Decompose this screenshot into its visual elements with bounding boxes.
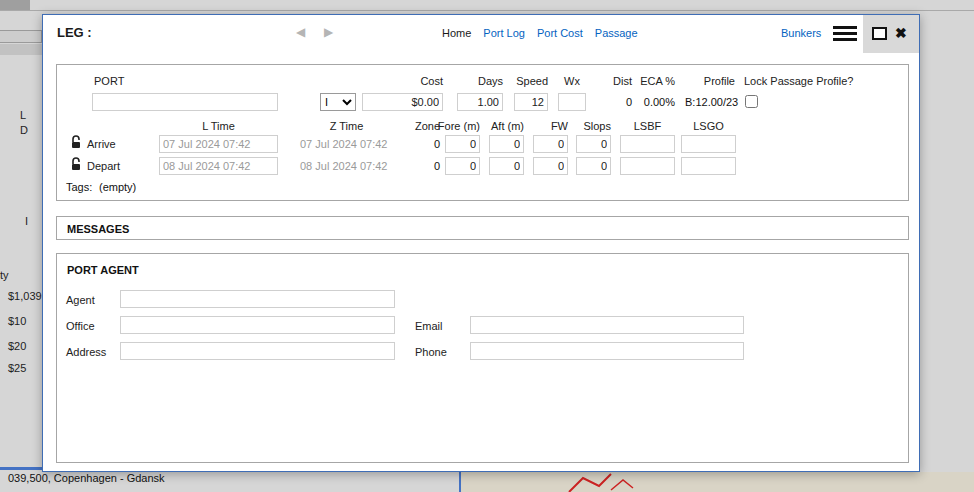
depart-aft-input[interactable]: [489, 157, 524, 175]
screen: L D I ty $1,039 $10 $20 $25 039,500, Cop…: [0, 0, 974, 492]
nav-passage[interactable]: Passage: [595, 27, 638, 39]
arrive-fw-input[interactable]: [533, 135, 568, 153]
tags-value: (empty): [99, 181, 136, 193]
tags-link[interactable]: Tags:: [66, 181, 92, 193]
arrive-slops-input[interactable]: [576, 135, 611, 153]
background-tab: [0, 0, 30, 10]
depart-slops-input[interactable]: [576, 157, 611, 175]
next-leg-icon[interactable]: ▶: [324, 25, 333, 39]
depart-fore-input[interactable]: [445, 157, 480, 175]
arrive-lsbf-input[interactable]: [620, 135, 675, 153]
leg-detail-section: PORT Cost Days Speed Wx Dist ECA % Profi…: [56, 64, 909, 201]
nav-home[interactable]: Home: [442, 27, 471, 39]
cost-header: Cost: [362, 75, 443, 87]
nav-bunkers[interactable]: Bunkers: [781, 27, 821, 39]
nav-port-log[interactable]: Port Log: [483, 27, 525, 39]
lsgo-header: LSGO: [681, 120, 736, 132]
cost-input[interactable]: [362, 93, 443, 111]
ltime-header: L Time: [159, 120, 278, 132]
leg-dialog: LEG : ◀ ▶ Home Port Log Port Cost Passag…: [42, 14, 920, 472]
wx-input[interactable]: [558, 93, 586, 111]
dialog-nav: Home Port Log Port Cost Passage: [442, 27, 638, 39]
leg-dialog-header: LEG : ◀ ▶ Home Port Log Port Cost Passag…: [43, 15, 919, 53]
arrive-zone-value: 0: [402, 138, 440, 150]
agent-label: Agent: [66, 294, 95, 306]
arrive-fore-input[interactable]: [445, 135, 480, 153]
phone-label: Phone: [415, 346, 447, 358]
office-label: Office: [66, 320, 95, 332]
map-route-lines: [461, 472, 974, 492]
leg-type-select[interactable]: I: [320, 93, 356, 111]
close-icon[interactable]: ✖: [895, 25, 907, 41]
arrive-ltime-input[interactable]: [159, 135, 278, 153]
address-label: Address: [66, 346, 106, 358]
agent-input[interactable]: [120, 290, 395, 308]
profile-value: B:12.00/23: [685, 96, 735, 108]
arrive-aft-input[interactable]: [489, 135, 524, 153]
background-amount: $25: [8, 362, 26, 374]
messages-title: MESSAGES: [67, 223, 129, 235]
background-amount: $20: [8, 340, 26, 352]
aft-header: Aft (m): [481, 120, 524, 132]
zone-header: Zone: [402, 120, 440, 132]
eca-value: 0.00%: [635, 96, 675, 108]
profile-header: Profile: [685, 75, 735, 87]
lock-passage-header: Lock Passage Profile?: [744, 75, 853, 87]
nav-port-cost[interactable]: Port Cost: [537, 27, 583, 39]
speed-header-link[interactable]: Speed: [497, 75, 548, 87]
slops-header: Slops: [568, 120, 611, 132]
depart-lsbf-input[interactable]: [620, 157, 675, 175]
arrive-lsgo-input[interactable]: [681, 135, 736, 153]
email-input[interactable]: [470, 316, 744, 334]
arrive-ztime-value: 07 Jul 2024 07:42: [300, 138, 387, 150]
background-amount: $1,039: [8, 290, 42, 302]
fore-header: Fore (m): [437, 120, 480, 132]
background-toolbar-fragment: [0, 30, 42, 43]
dialog-title: LEG :: [57, 25, 92, 40]
window-controls: ✖: [863, 15, 919, 53]
email-label: Email: [415, 320, 443, 332]
ztime-header: Z Time: [287, 120, 406, 132]
port-agent-section: PORT AGENT Agent Office Email Address Ph…: [56, 253, 909, 463]
background-voyage-text: 039,500, Copenhagen - Gdansk: [8, 472, 165, 484]
depart-label: Depart: [87, 160, 120, 172]
arrive-label: Arrive: [87, 138, 116, 150]
background-text: L: [20, 109, 26, 121]
fw-header: FW: [525, 120, 568, 132]
office-input[interactable]: [120, 316, 395, 334]
menu-icon[interactable]: [833, 26, 857, 43]
wx-header: Wx: [556, 75, 588, 87]
background-text: ty: [0, 269, 9, 281]
dist-value: 0: [592, 96, 632, 108]
depart-fw-input[interactable]: [533, 157, 568, 175]
background-text: D: [20, 124, 28, 136]
background-map: [459, 472, 974, 492]
eca-header: ECA %: [635, 75, 675, 87]
port-agent-title: PORT AGENT: [67, 264, 139, 276]
lock-passage-checkbox[interactable]: [745, 95, 758, 108]
messages-section: MESSAGES: [56, 216, 909, 240]
depart-lsgo-input[interactable]: [681, 157, 736, 175]
background-toolbar-fragment2: [0, 44, 42, 55]
background-window-border: [0, 467, 42, 470]
depart-ztime-value: 08 Jul 2024 07:42: [300, 160, 387, 172]
background-amount: $10: [8, 315, 26, 327]
depart-ltime-input[interactable]: [159, 157, 278, 175]
speed-input[interactable]: [514, 93, 548, 111]
phone-input[interactable]: [470, 342, 744, 360]
arrive-unlock-icon[interactable]: [70, 135, 82, 149]
days-input[interactable]: [457, 93, 503, 111]
address-input[interactable]: [120, 342, 395, 360]
dist-header: Dist: [592, 75, 632, 87]
background-divider: [0, 10, 974, 11]
depart-zone-value: 0: [402, 160, 440, 172]
lsbf-header: LSBF: [620, 120, 675, 132]
port-input[interactable]: [92, 93, 278, 111]
port-header: PORT: [94, 75, 124, 87]
depart-unlock-icon[interactable]: [70, 157, 82, 171]
prev-leg-icon[interactable]: ◀: [296, 25, 305, 39]
maximize-icon[interactable]: [872, 27, 887, 40]
background-text: I: [25, 215, 28, 227]
